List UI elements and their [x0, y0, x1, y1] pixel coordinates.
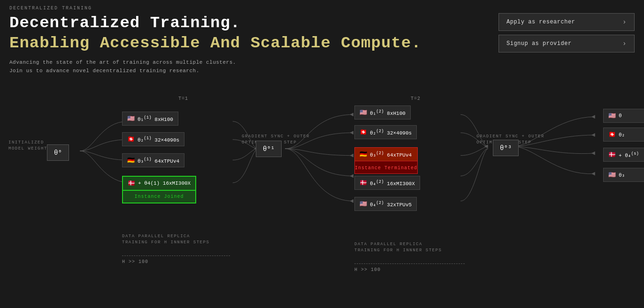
t2-node-3: 🇩🇪 θ₃(2) 64xTPUv4 [354, 147, 418, 161]
cta-buttons: Apply as researcher › Signup as provider… [498, 13, 635, 53]
flag-de-1: 🇩🇪 [127, 157, 135, 164]
h-value-2: H >> 100 [354, 267, 381, 272]
instance-terminated-badge: Instance Terminated [354, 161, 418, 174]
separator-1 [122, 255, 230, 256]
flag-ch-t3: 🇨🇭 [608, 131, 616, 138]
instance-joined-badge: Instance Joined [122, 191, 196, 203]
t1-node-3: 🇩🇪 θ₃(1) 64xTPUv4 [122, 153, 184, 167]
chevron-icon: › [622, 18, 627, 26]
t2-node-3-wrapper: 🇩🇪 θ₃(2) 64xTPUv4 Instance Terminated [354, 147, 418, 174]
svg-marker-13 [591, 151, 595, 155]
connector-svg [0, 103, 644, 308]
t3-node-3: 🇩🇰 + θ₄(s) [603, 148, 644, 162]
signup-provider-label: Signup as provider [506, 40, 572, 47]
t2-node-1: 🇺🇸 θ₁(2) 8xH100 [354, 105, 411, 120]
page-subtitle: DECENTRALIZED TRAINING [9, 6, 635, 11]
t3-node-4: 🇺🇸 θ₃ [603, 168, 644, 182]
flag-us-1: 🇺🇸 [127, 115, 135, 122]
theta0-node: θ⁰ [47, 144, 69, 161]
t2-node-5: 🇺🇸 θ₄(2) 32xTPUv5 [354, 197, 417, 211]
flag-dk-1: 🇩🇰 [128, 180, 135, 187]
signup-provider-button[interactable]: Signup as provider › [498, 35, 635, 53]
h-value-1: H >> 100 [122, 259, 148, 264]
t3-node-1: 🇺🇸 θ [603, 109, 644, 123]
svg-marker-8 [350, 174, 353, 178]
flag-de-2: 🇩🇪 [360, 150, 367, 158]
flag-us-t3-1: 🇺🇸 [608, 112, 616, 120]
apply-researcher-label: Apply as researcher [506, 19, 575, 25]
t1-label: T=1 [178, 96, 188, 101]
svg-marker-12 [591, 133, 595, 137]
t1-node-1: 🇺🇸 θ₁(1) 8xH100 [122, 112, 178, 126]
svg-marker-14 [591, 172, 595, 176]
flag-dk-t3: 🇩🇰 [608, 151, 616, 158]
diagram-area: T=1 T=2 INITIALIZEDMODEL WEIGHTS θ⁰ 🇺🇸 θ… [0, 103, 644, 308]
svg-marker-7 [350, 154, 353, 158]
data-parallel-label-2: DATA PARALLEL REPLICATRAINING FOR H INNN… [354, 241, 442, 253]
flag-us-3: 🇺🇸 [360, 200, 367, 208]
theta01-node: θ⁰¹ [256, 141, 282, 157]
flag-ch-2: 🇨🇭 [360, 128, 367, 136]
instance-joined-label: Instance Joined [123, 193, 195, 201]
svg-marker-5 [350, 113, 353, 116]
t2-label: T=2 [411, 96, 421, 101]
theta03-node: θ⁰³ [493, 140, 519, 156]
data-parallel-label-1: DATA PARALLEL REPLICATRAINING FOR H INNN… [122, 233, 209, 245]
svg-marker-9 [350, 199, 353, 203]
flag-us-t3-4: 🇺🇸 [608, 171, 616, 179]
t1-node-2: 🇨🇭 θ₂(1) 32×4090s [122, 132, 184, 146]
separator-2 [354, 263, 465, 264]
instance-terminated-label: Instance Terminated [355, 165, 417, 171]
t2-node-2: 🇨🇭 θ₂(2) 32×4090s [354, 125, 417, 139]
svg-marker-6 [350, 131, 353, 135]
flag-dk-2: 🇩🇰 [360, 179, 367, 187]
t3-node-2: 🇨🇭 θ₂ [603, 128, 644, 142]
apply-researcher-button[interactable]: Apply as researcher › [498, 13, 635, 31]
t1-node-4-wrapper: 🇩🇰 + θ4(1) 16xMI300X Instance Joined [122, 176, 196, 203]
flag-ch-1: 🇨🇭 [127, 135, 135, 143]
t1-node-4: 🇩🇰 + θ4(1) 16xMI300X [122, 176, 196, 191]
chevron-icon-2: › [622, 40, 627, 47]
t2-node-4: 🇩🇰 θ₄(2) 16xMI300X [354, 176, 420, 190]
page-container: DECENTRALIZED TRAINING Decentralized Tra… [0, 0, 644, 308]
init-label: INITIALIZEDMODEL WEIGHTS [8, 140, 51, 151]
svg-marker-11 [591, 115, 595, 119]
flag-us-2: 🇺🇸 [360, 109, 367, 116]
page-description: Advancing the state of the art of traini… [9, 59, 635, 75]
